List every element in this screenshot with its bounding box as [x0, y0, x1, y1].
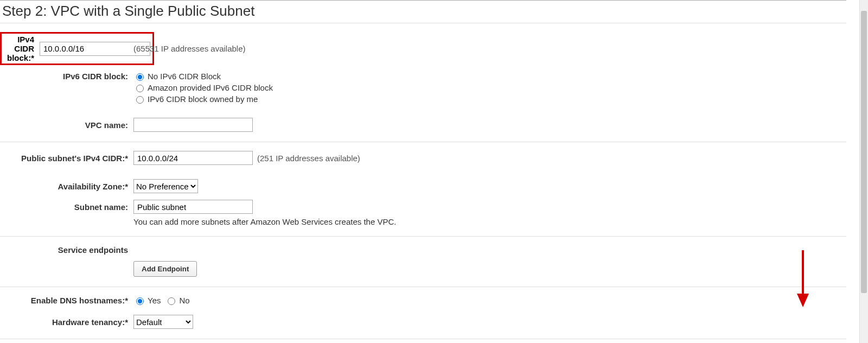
dns-option-yes[interactable]: Yes [133, 296, 161, 305]
tenancy-select[interactable]: Default [133, 315, 193, 329]
ipv6-option-amazon-label: Amazon provided IPv6 CIDR block [148, 83, 273, 92]
vpc-name-input[interactable] [133, 118, 253, 132]
section-endpoints: Service endpoints Add Endpoint [0, 236, 846, 287]
ipv4-cidr-label: IPv4 CIDR block:* [4, 35, 34, 62]
ipv6-option-none[interactable]: No IPv6 CIDR Block [133, 72, 221, 81]
ipv6-option-amazon[interactable]: Amazon provided IPv6 CIDR block [133, 83, 273, 92]
scrollbar-thumb[interactable] [861, 11, 867, 293]
ipv6-radio-amazon[interactable] [136, 85, 144, 92]
public-subnet-cidr-label: Public subnet's IPv4 CIDR:* [0, 154, 133, 163]
subnet-name-input[interactable] [133, 200, 253, 214]
az-label: Availability Zone:* [0, 182, 133, 191]
dns-label: Enable DNS hostnames:* [0, 296, 133, 305]
ipv6-label: IPv6 CIDR block: [0, 72, 133, 81]
endpoints-label: Service endpoints [0, 245, 133, 255]
dns-radio-no[interactable] [168, 297, 175, 305]
tenancy-label: Hardware tenancy:* [0, 317, 133, 327]
dns-radio-yes[interactable] [136, 297, 144, 305]
scrollbar[interactable] [859, 0, 868, 343]
footer: Cancel and Exit Back Create VPC [0, 339, 846, 343]
section-subnet: Public subnet's IPv4 CIDR:* (251 IP addr… [0, 142, 846, 236]
vpc-name-label: VPC name: [0, 120, 133, 130]
public-subnet-cidr-input[interactable] [133, 151, 253, 165]
add-endpoint-button[interactable]: Add Endpoint [133, 261, 197, 277]
ipv4-highlight: IPv4 CIDR block:* [0, 32, 154, 65]
ipv4-hint: (65531 IP addresses available) [133, 44, 246, 53]
section-vpc: IPv4 CIDR block:* (65531 IP addresses av… [0, 23, 846, 142]
subnet-note: You can add more subnets after Amazon We… [133, 217, 396, 226]
az-select[interactable]: No Preference [133, 179, 198, 193]
ipv6-option-owned-label: IPv6 CIDR block owned by me [148, 94, 258, 104]
ipv6-option-owned[interactable]: IPv6 CIDR block owned by me [133, 94, 258, 104]
subnet-name-label: Subnet name: [0, 202, 133, 212]
ipv6-radio-none[interactable] [136, 73, 144, 81]
dns-no-label: No [179, 296, 189, 305]
ipv6-radio-owned[interactable] [136, 96, 144, 104]
page-title: Step 2: VPC with a Single Public Subnet [2, 3, 846, 20]
dns-option-no[interactable]: No [165, 296, 189, 305]
ipv6-option-none-label: No IPv6 CIDR Block [148, 72, 221, 81]
section-dns-tenancy: Enable DNS hostnames:* Yes No Hardware t… [0, 287, 846, 339]
dns-yes-label: Yes [148, 296, 161, 305]
public-subnet-cidr-hint: (251 IP addresses available) [257, 154, 360, 163]
